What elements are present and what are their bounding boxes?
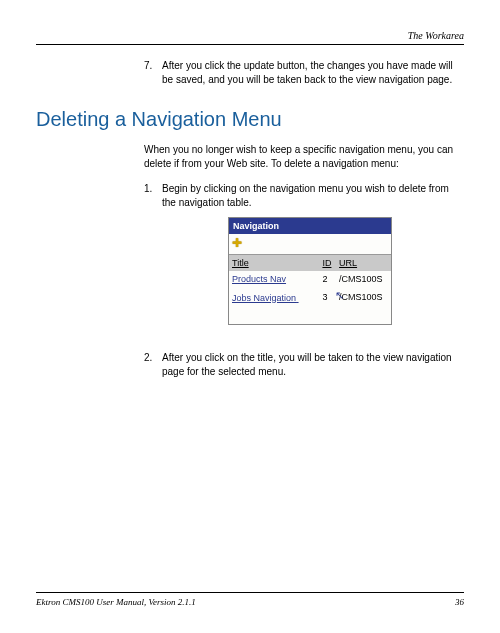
section-heading: Deleting a Navigation Menu [36, 108, 464, 131]
nav-link-jobs: Jobs Navigation ↖ [229, 288, 319, 307]
navigation-toolbar [229, 234, 391, 254]
navigation-table: Title ID URL Products Nav 2 /CMS100S [229, 254, 391, 324]
step-text: Begin by clicking on the navigation menu… [162, 182, 464, 339]
table-row: Products Nav 2 /CMS100S [229, 271, 391, 287]
table-row: Jobs Navigation ↖ 3 /CMS100S [229, 288, 391, 307]
section-intro: When you no longer wish to keep a specif… [36, 143, 464, 170]
cell-id: 3 [319, 288, 336, 307]
step-1-text: Begin by clicking on the navigation menu… [162, 183, 449, 208]
step-number: 7. [144, 59, 162, 86]
step-2: 2. After you click on the title, you wil… [144, 351, 464, 378]
page-footer: Ektron CMS100 User Manual, Version 2.1.1… [36, 592, 464, 607]
header-section-title: The Workarea [36, 30, 464, 41]
navigation-panel-title: Navigation [229, 218, 391, 234]
col-url: URL [336, 255, 391, 272]
cell-url: /CMS100S [336, 271, 391, 287]
col-title: Title [229, 255, 319, 272]
cell-url: /CMS100S [336, 288, 391, 307]
cell-id: 2 [319, 271, 336, 287]
navigation-panel-screenshot: Navigation Title ID URL [228, 217, 392, 325]
col-id: ID [319, 255, 336, 272]
step-text: After you click on the title, you will b… [162, 351, 464, 378]
table-row-empty [229, 306, 391, 324]
header-rule [36, 44, 464, 45]
step-1: 1. Begin by clicking on the navigation m… [144, 182, 464, 339]
footer-rule [36, 592, 464, 593]
footer-page-number: 36 [455, 597, 464, 607]
step-text: After you click the update button, the c… [162, 59, 464, 86]
footer-doc-title: Ektron CMS100 User Manual, Version 2.1.1 [36, 597, 196, 607]
table-header-row: Title ID URL [229, 255, 391, 272]
step-number: 1. [144, 182, 162, 339]
add-icon [232, 236, 245, 249]
nav-link-products: Products Nav [229, 271, 319, 287]
nav-link-jobs-text: Jobs Navigation [232, 293, 296, 303]
cursor-icon: ↖ [335, 288, 344, 303]
step-7: 7. After you click the update button, th… [144, 59, 464, 86]
step-number: 2. [144, 351, 162, 378]
